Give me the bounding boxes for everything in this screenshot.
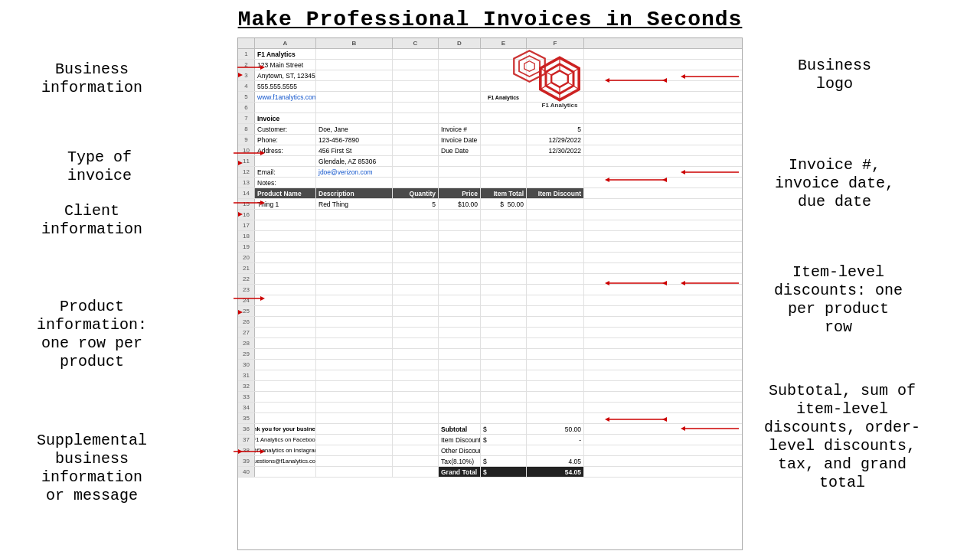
- table-row: 19: [238, 242, 742, 253]
- table-row: 38 @f1analytics on Instagram Other Disco…: [238, 445, 742, 456]
- annotation-invoice-details: Invoice #,invoice date,due date: [750, 156, 919, 211]
- table-row: 7 Invoice: [238, 113, 742, 124]
- table-row: 3 Anytown, ST, 12345: [238, 70, 742, 81]
- table-row: 16: [238, 210, 742, 220]
- annotation-totals: Subtotal, sum ofitem-leveldiscounts, ord…: [746, 382, 938, 492]
- page-title: Make Professional Invoices in Seconds: [0, 0, 980, 37]
- table-row: 29: [238, 349, 742, 360]
- col-header-D: D: [439, 38, 481, 48]
- table-row: 18: [238, 231, 742, 242]
- table-row: 13 Notes:: [238, 178, 742, 188]
- table-row: 25: [238, 306, 742, 317]
- table-row: 6: [238, 103, 742, 113]
- table-row: 39 questions@f1analytics.com Tax(8.10%) …: [238, 456, 742, 467]
- table-row: 11 Glendale, AZ 85306: [238, 156, 742, 167]
- svg-marker-24: [524, 61, 527, 70]
- business-logo-svg: [512, 60, 527, 70]
- table-row: 33: [238, 392, 742, 403]
- left-annotations-panel: Businessinformation Type ofinvoice Clien…: [0, 37, 237, 550]
- table-row: 34: [238, 403, 742, 413]
- col-header-C: C: [393, 38, 439, 48]
- table-row: 23: [238, 285, 742, 295]
- col-header-F: F: [527, 38, 584, 48]
- table-row: 12 Email: jdoe@verizon.com: [238, 167, 742, 178]
- table-row: 4 555.555.5555: [238, 81, 742, 92]
- col-header-B: B: [316, 38, 393, 48]
- table-row: 36 Thank you for your business!!! Subtot…: [238, 424, 742, 435]
- table-row: 26: [238, 317, 742, 328]
- table-row: 20: [238, 253, 742, 263]
- table-row: 21: [238, 263, 742, 274]
- column-headers: A B C D E F: [238, 38, 742, 49]
- table-row: 2 123 Main Street: [238, 60, 742, 70]
- table-row: 32: [238, 381, 742, 392]
- table-row: 31: [238, 370, 742, 381]
- table-row: 14 Product Name Description Quantity Pri…: [238, 188, 742, 199]
- table-row: 22: [238, 274, 742, 285]
- table-row: 17: [238, 220, 742, 231]
- table-row: 15 Thing 1 Red Thing 5 $10.00 $ 50.00: [238, 199, 742, 210]
- table-row: 35: [238, 413, 742, 424]
- corner-cell: [238, 38, 255, 48]
- table-row: 30: [238, 360, 742, 370]
- table-row: 37 F1 Analytics on Facebook Item Discoun…: [238, 435, 742, 445]
- table-row: 9 Phone: 123-456-7890 Invoice Date 12/29…: [238, 135, 742, 145]
- annotation-supplemental: Supplementalbusinessinformationor messag…: [8, 432, 176, 505]
- table-row: 8 Customer: Doe, Jane Invoice # 5: [238, 124, 742, 135]
- table-row: 28: [238, 338, 742, 349]
- spreadsheet-area: A B C D E F 1 F1 Analytics 2 123 Main St: [237, 37, 743, 550]
- annotation-item-discounts: Item-leveldiscounts: oneper productrow: [750, 263, 926, 337]
- svg-marker-22: [514, 60, 527, 70]
- table-row: 1 F1 Analytics: [238, 49, 742, 60]
- svg-marker-23: [519, 60, 527, 70]
- annotation-type-invoice: Type ofinvoice: [23, 148, 176, 185]
- annotation-business-info: Businessinformation: [15, 60, 168, 97]
- annotation-product-info: Productinformation:one row perproduct: [8, 298, 176, 371]
- table-row: 27: [238, 328, 742, 338]
- col-header-E: E: [481, 38, 527, 48]
- annotation-business-logo: Businesslogo: [758, 57, 911, 93]
- right-annotations-panel: Businesslogo Invoice #,invoice date,due …: [743, 37, 980, 550]
- table-row: 5 www.f1analytics.com F1 Analytics: [238, 92, 742, 103]
- spreadsheet: A B C D E F 1 F1 Analytics 2 123 Main St: [238, 38, 742, 549]
- annotation-client-info: Clientinformation: [15, 202, 168, 239]
- table-row: 24: [238, 295, 742, 306]
- table-row: 10 Address: 456 First St Due Date 12/30/…: [238, 145, 742, 156]
- col-header-A: A: [255, 38, 316, 48]
- table-row: 40 Grand Total $ 54.05: [238, 467, 742, 478]
